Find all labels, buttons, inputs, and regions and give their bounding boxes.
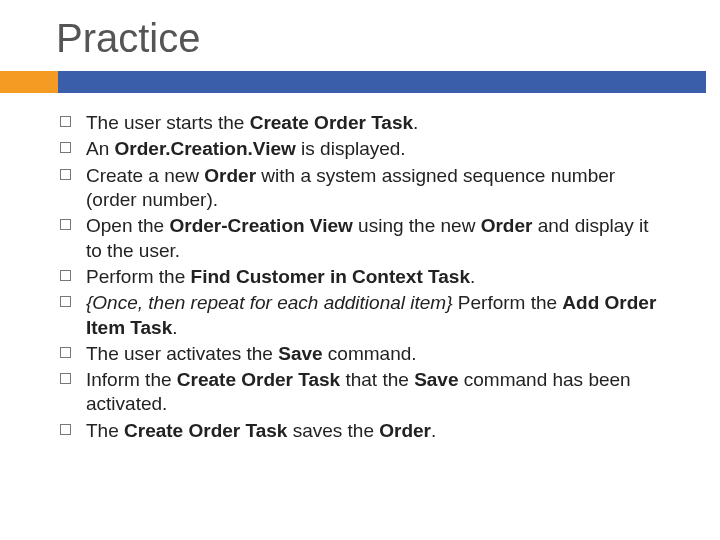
list-item: Inform the Create Order Task that the Sa… [60,368,668,417]
text-segment: is displayed. [296,138,406,159]
accent-orange [0,71,58,93]
text-segment: Order [204,165,256,186]
list-item: Create a new Order with a system assigne… [60,164,668,213]
text-segment: {Once, then repeat for each additional i… [86,292,458,313]
list-item: Open the Order-Creation View using the n… [60,214,668,263]
text-segment: Create a new [86,165,204,186]
text-segment: . [413,112,418,133]
text-segment: Create Order Task [124,420,287,441]
text-segment: Perform the [86,266,191,287]
text-segment: Order [481,215,533,236]
text-segment: Save [278,343,322,364]
text-segment: command. [323,343,417,364]
accent-blue [58,71,706,93]
text-segment: An [86,138,115,159]
accent-band [0,71,720,93]
text-segment: that the [340,369,414,390]
text-segment: Perform the [458,292,563,313]
list-item: {Once, then repeat for each additional i… [60,291,668,340]
content-area: The user starts the Create Order Task.An… [0,93,720,443]
text-segment: . [431,420,436,441]
text-segment: Order.Creation.View [115,138,296,159]
list-item: The user activates the Save command. [60,342,668,366]
list-item: Perform the Find Customer in Context Tas… [60,265,668,289]
slide-title: Practice [0,0,720,71]
text-segment: Inform the [86,369,177,390]
slide: Practice The user starts the Create Orde… [0,0,720,540]
text-segment: The [86,420,124,441]
text-segment: Save [414,369,458,390]
list-item: An Order.Creation.View is displayed. [60,137,668,161]
list-item: The Create Order Task saves the Order. [60,419,668,443]
text-segment: . [470,266,475,287]
text-segment: The user starts the [86,112,250,133]
text-segment: Create Order Task [250,112,413,133]
bullet-list: The user starts the Create Order Task.An… [60,111,668,443]
text-segment: Create Order Task [177,369,340,390]
list-item: The user starts the Create Order Task. [60,111,668,135]
text-segment: saves the [287,420,379,441]
text-segment: Order [379,420,431,441]
text-segment: The user activates the [86,343,278,364]
text-segment: Find Customer in Context Task [191,266,470,287]
text-segment: Order-Creation View [169,215,352,236]
text-segment: Open the [86,215,169,236]
text-segment: . [172,317,177,338]
text-segment: using the new [353,215,481,236]
